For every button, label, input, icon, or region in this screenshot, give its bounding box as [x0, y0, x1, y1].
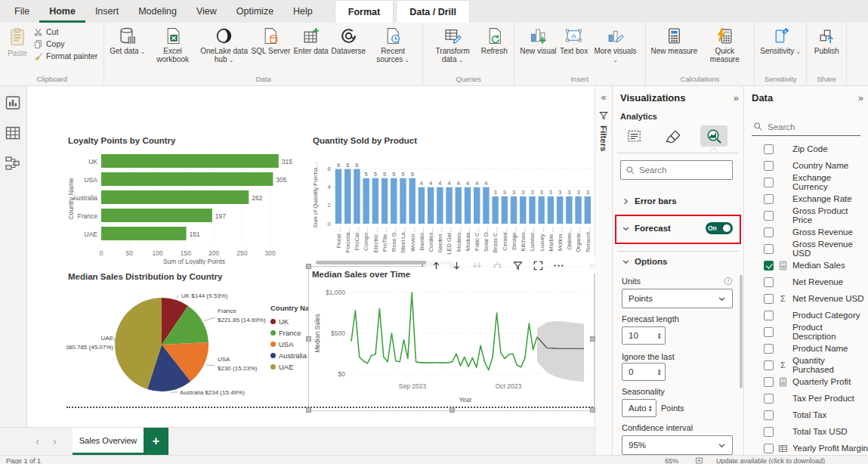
- spinner-arrows-icon[interactable]: ▲▼: [657, 368, 662, 376]
- contextual-tab-data-drill[interactable]: Data / Drill: [396, 0, 470, 23]
- field-checkbox[interactable]: [764, 194, 774, 204]
- table-view-button[interactable]: [4, 124, 23, 144]
- field-yearly-profit-margin[interactable]: Yearly Profit Margin: [744, 440, 868, 455]
- quick-measure-button[interactable]: Quick measure: [699, 24, 750, 64]
- menu-tab-help[interactable]: Help: [283, 0, 323, 23]
- menu-tab-optimize[interactable]: Optimize: [227, 0, 283, 23]
- field-product-category[interactable]: Product Category: [744, 307, 868, 323]
- field-checkbox[interactable]: [764, 178, 774, 187]
- field-quantity-purchased[interactable]: ΣQuantity Purchased: [744, 357, 868, 373]
- field-checkbox[interactable]: [764, 394, 774, 404]
- copy-button[interactable]: Copy: [31, 38, 100, 50]
- field-checkbox[interactable]: [764, 144, 774, 154]
- menu-tab-view[interactable]: View: [187, 0, 227, 23]
- field-checkbox[interactable]: [764, 344, 774, 354]
- visual-quantity-sold-by-product[interactable]: Quantity Sold by Product 02466Floral …6P…: [310, 133, 594, 269]
- seasonality-input[interactable]: Auto▲▼: [622, 399, 656, 417]
- menu-tab-modeling[interactable]: Modeling: [128, 0, 187, 23]
- menu-tab-insert[interactable]: Insert: [85, 0, 128, 23]
- new-page-button[interactable]: +: [144, 428, 168, 455]
- build-visual-tab-icon[interactable]: [620, 125, 647, 147]
- menu-tab-home[interactable]: Home: [39, 0, 85, 23]
- new-measure-button[interactable]: New measure: [650, 24, 700, 55]
- fit-to-page-icon[interactable]: [695, 456, 703, 464]
- transform-data-button[interactable]: Transform data ⌄: [427, 24, 478, 64]
- field-checkbox[interactable]: [764, 444, 774, 453]
- focus-mode-icon[interactable]: [533, 260, 544, 271]
- ignore-last-input[interactable]: 0▲▼: [622, 363, 666, 381]
- analytics-search[interactable]: [620, 160, 733, 180]
- format-painter-button[interactable]: Format painter: [31, 50, 100, 62]
- more-options-icon[interactable]: [553, 260, 564, 271]
- field-total-tax-usd[interactable]: Total Tax USD: [744, 423, 868, 440]
- format-visual-tab-icon[interactable]: [660, 125, 687, 147]
- search-input[interactable]: [639, 165, 727, 175]
- field-exchange-rate[interactable]: Exchange Rate: [744, 190, 868, 207]
- field-checkbox[interactable]: [764, 311, 774, 320]
- field-product-name[interactable]: Product Name: [744, 340, 868, 357]
- expand-filters-icon[interactable]: «: [595, 92, 612, 103]
- spinner-arrows-icon[interactable]: ▲▼: [648, 404, 653, 412]
- excel-workbook-button[interactable]: Excel workbook: [147, 24, 199, 64]
- visual-median-sales-over-time[interactable]: Median Sales over Time $0$500$1,000Sep 2…: [308, 266, 595, 411]
- onelake-data-hub-button[interactable]: OneLake data hub ⌄: [199, 24, 250, 64]
- previous-page-arrow[interactable]: ‹: [29, 428, 46, 455]
- field-gross-revenue[interactable]: Gross Revenue: [744, 224, 868, 240]
- resize-handle[interactable]: [590, 407, 595, 413]
- field-checkbox[interactable]: [764, 377, 774, 387]
- filters-pane-collapsed[interactable]: « Filters: [595, 86, 612, 455]
- error-bars-section[interactable]: Error bars: [622, 196, 733, 206]
- next-page-arrow[interactable]: ›: [46, 428, 63, 455]
- field-checkbox[interactable]: [764, 327, 774, 337]
- sql-server-button[interactable]: SQL Server: [250, 24, 292, 55]
- field-net-revenue[interactable]: Net Revenue: [744, 274, 868, 290]
- units-dropdown[interactable]: Points: [622, 289, 733, 308]
- visual-median-sales-distribution[interactable]: Median Sales Distribution by Country UK …: [65, 269, 328, 407]
- field-gross-revenue-usd[interactable]: Gross Revenue USD: [744, 240, 868, 257]
- field-median-sales[interactable]: Median Sales: [744, 257, 868, 274]
- search-input[interactable]: [768, 122, 859, 131]
- field-net-revenue-usd[interactable]: ΣNet Revenue USD: [744, 290, 868, 307]
- more-visuals-button[interactable]: More visuals ⌄: [590, 24, 641, 64]
- field-checkbox[interactable]: [764, 294, 774, 304]
- field-zip-code[interactable]: Zip Code: [744, 141, 868, 157]
- field-checkbox[interactable]: [764, 227, 774, 237]
- forecast-length-input[interactable]: 10▲▼: [622, 326, 666, 345]
- drill-down-icon[interactable]: [451, 260, 462, 271]
- filter-icon[interactable]: [512, 260, 524, 271]
- publish-button[interactable]: Publish: [811, 24, 842, 55]
- recent-sources-button[interactable]: Recent sources ⌄: [367, 24, 419, 64]
- model-view-button[interactable]: [4, 154, 23, 174]
- field-checkbox[interactable]: [764, 360, 774, 370]
- spinner-arrows-icon[interactable]: ▲▼: [657, 332, 662, 339]
- field-checkbox[interactable]: [764, 161, 774, 171]
- page-tab-sales-overview[interactable]: Sales Overview: [73, 428, 144, 455]
- confidence-interval-dropdown[interactable]: 95%: [622, 435, 733, 455]
- forecast-toggle[interactable]: On: [706, 222, 733, 234]
- analytics-tab-icon[interactable]: [700, 125, 727, 147]
- drill-up-icon[interactable]: [431, 260, 442, 271]
- report-view-button[interactable]: [4, 94, 23, 113]
- get-data-button[interactable]: Get data ⌄: [108, 24, 147, 55]
- resize-handle[interactable]: [306, 407, 311, 413]
- resize-handle[interactable]: [449, 407, 455, 413]
- field-product-description[interactable]: Product Description: [744, 323, 868, 340]
- field-checkbox[interactable]: [764, 277, 774, 287]
- sensitivity-button[interactable]: Sensitivity ⌄: [758, 24, 802, 55]
- field-checkbox[interactable]: [764, 261, 774, 271]
- field-total-tax[interactable]: Total Tax: [744, 407, 868, 423]
- visual-loyalty-points-by-country[interactable]: Loyalty Points by Country 05010015020025…: [65, 133, 308, 268]
- field-tax-per-product[interactable]: Tax Per Product: [744, 390, 868, 407]
- resize-handle[interactable]: [590, 336, 595, 342]
- collapse-pane-icon[interactable]: »: [858, 92, 863, 104]
- field-exchange-currency[interactable]: Exchange Currency: [744, 174, 868, 190]
- cut-button[interactable]: Cut: [31, 26, 100, 38]
- update-status[interactable]: Update available (click to download): [716, 457, 825, 464]
- text-box-button[interactable]: AText box: [558, 24, 590, 55]
- field-checkbox[interactable]: [764, 427, 774, 437]
- field-checkbox[interactable]: [764, 211, 774, 221]
- data-search[interactable]: [752, 118, 860, 136]
- new-visual-button[interactable]: New visual: [518, 24, 558, 55]
- contextual-tab-format[interactable]: Format: [335, 0, 394, 23]
- dataverse-button[interactable]: Dataverse: [330, 24, 368, 55]
